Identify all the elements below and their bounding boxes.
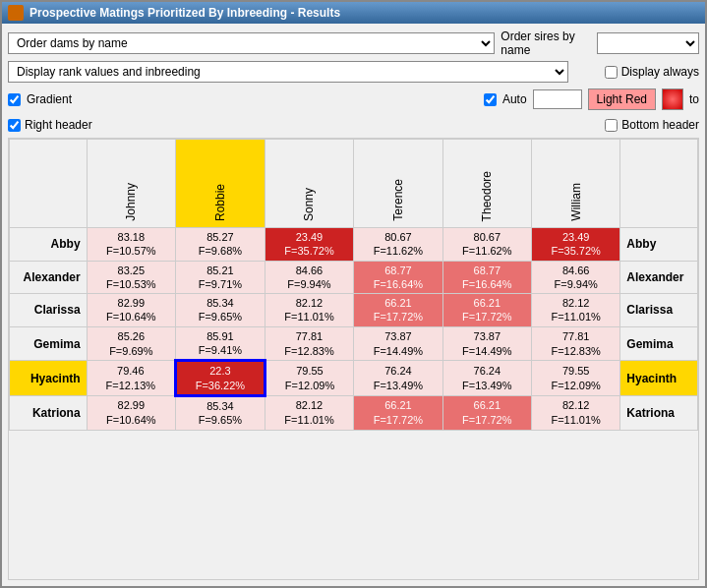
row-header-right-alexander: Alexander	[620, 261, 698, 294]
col-header-sonny: Sonny	[265, 140, 354, 228]
cell-katriona-johnny: 82.99F=10.64%	[87, 395, 176, 430]
row-header-clarissa: Clarissa	[10, 294, 88, 327]
row-header-right-hyacinth: Hyacinth	[620, 361, 698, 396]
row-header-abby: Abby	[10, 228, 88, 262]
display-always-section: Display always	[605, 65, 699, 79]
cell-clarissa-sonny: 82.12F=11.01%	[265, 294, 354, 327]
color-swatch[interactable]	[662, 88, 683, 110]
auto-checkbox[interactable]	[484, 93, 497, 106]
cell-abby-terence: 80.67F=11.62%	[354, 228, 442, 262]
cell-abby-johnny: 83.18F=10.57%	[87, 228, 176, 262]
gradient-row: Gradient Auto 3.47% Light Red to	[8, 87, 699, 112]
cell-clarissa-robbie: 85.34F=9.65%	[176, 294, 265, 327]
cell-katriona-theodore: 66.21F=17.72%	[442, 395, 531, 430]
row-header-right-clarissa: Clarissa	[620, 294, 698, 327]
cell-katriona-william: 82.12F=11.01%	[531, 395, 619, 430]
display-always-label: Display always	[621, 65, 699, 79]
order-sires-label: Order sires by name	[501, 29, 592, 57]
bottom-header-section: Bottom header	[605, 118, 699, 132]
row-header-katriona: Katriona	[10, 395, 88, 430]
display-always-checkbox[interactable]	[605, 66, 618, 79]
corner-right	[620, 140, 698, 228]
order-dams-dropdown[interactable]: Order dams by name	[8, 32, 495, 54]
cell-clarissa-theodore: 66.21F=17.72%	[442, 294, 531, 327]
col-header-theodore: Theodore	[442, 140, 531, 228]
col-header-terence: Terence	[354, 140, 442, 228]
cell-gemima-robbie: 85.91F=9.41%	[176, 326, 265, 361]
display-row: Display rank values and inbreeding Displ…	[8, 61, 699, 83]
content-area: Order dams by name Order sires by name D…	[2, 24, 705, 586]
row-header-right-gemima: Gemima	[620, 326, 698, 361]
row-header-right-katriona: Katriona	[620, 395, 698, 430]
right-header-label: Right header	[25, 118, 92, 132]
cell-alexander-sonny: 84.66F=9.94%	[265, 261, 354, 294]
cell-hyacinth-william: 79.55F=12.09%	[531, 361, 619, 396]
window-title: Prospective Matings Prioritized By Inbre…	[29, 6, 340, 20]
cell-alexander-terence: 68.77F=16.64%	[354, 261, 442, 294]
gradient-label: Gradient	[27, 92, 72, 106]
cell-alexander-william: 84.66F=9.94%	[531, 261, 619, 294]
cell-gemima-sonny: 77.81F=12.83%	[265, 326, 354, 361]
cell-gemima-william: 77.81F=12.83%	[531, 326, 619, 361]
display-dropdown[interactable]: Display rank values and inbreeding	[8, 61, 568, 83]
cell-abby-william: 23.49F=35.72%	[531, 228, 619, 262]
cell-katriona-robbie: 85.34F=9.65%	[176, 395, 265, 430]
cell-gemima-theodore: 73.87F=14.49%	[442, 326, 531, 361]
col-header-johnny: Johnny	[87, 140, 176, 228]
cell-katriona-sonny: 82.12F=11.01%	[265, 395, 354, 430]
cell-abby-robbie: 85.27F=9.68%	[176, 228, 265, 262]
row-header-hyacinth: Hyacinth	[10, 361, 88, 396]
dams-row: Order dams by name Order sires by name	[8, 29, 699, 57]
cell-clarissa-johnny: 82.99F=10.64%	[87, 294, 176, 327]
col-header-william: William	[531, 140, 619, 228]
sires-section: Order sires by name	[501, 29, 699, 57]
bottom-header-checkbox[interactable]	[605, 119, 618, 132]
cell-abby-sonny: 23.49F=35.72%	[265, 228, 354, 262]
col-header-robbie: Robbie	[176, 140, 265, 228]
cell-alexander-johnny: 83.25F=10.53%	[87, 261, 176, 294]
cell-clarissa-william: 82.12F=11.01%	[531, 294, 619, 327]
row-header-alexander: Alexander	[10, 261, 88, 294]
light-red-button[interactable]: Light Red	[588, 88, 656, 110]
right-header-section: Right header	[8, 118, 92, 132]
cell-clarissa-terence: 66.21F=17.72%	[354, 294, 442, 327]
title-bar: Prospective Matings Prioritized By Inbre…	[2, 2, 705, 24]
cell-hyacinth-theodore: 76.24F=13.49%	[442, 361, 531, 396]
cell-abby-theodore: 80.67F=11.62%	[442, 228, 531, 262]
corner-cell	[10, 140, 88, 228]
to-label: to	[689, 92, 699, 106]
right-header-checkbox[interactable]	[8, 119, 21, 132]
results-table: Johnny Robbie Sonny Terence Theodore Wil…	[9, 139, 698, 431]
cell-alexander-robbie: 85.21F=9.71%	[176, 261, 265, 294]
row-header-right-abby: Abby	[620, 228, 698, 262]
cell-hyacinth-terence: 76.24F=13.49%	[354, 361, 442, 396]
order-sires-dropdown[interactable]	[597, 32, 699, 54]
auto-value-input[interactable]: 3.47%	[533, 89, 582, 109]
gradient-checkbox[interactable]	[8, 93, 21, 106]
cell-hyacinth-johnny: 79.46F=12.13%	[87, 361, 176, 396]
cell-gemima-johnny: 85.26F=9.69%	[87, 326, 176, 361]
headers-row: Right header Bottom header	[8, 116, 699, 134]
bottom-header-label: Bottom header	[621, 118, 699, 132]
cell-hyacinth-sonny: 79.55F=12.09%	[265, 361, 354, 396]
cell-gemima-terence: 73.87F=14.49%	[354, 326, 442, 361]
auto-label: Auto	[502, 92, 527, 106]
cell-katriona-terence: 66.21F=17.72%	[354, 395, 442, 430]
cell-alexander-theodore: 68.77F=16.64%	[442, 261, 531, 294]
row-header-gemima: Gemima	[10, 326, 88, 361]
cell-hyacinth-robbie: 22.3F=36.22%	[176, 361, 265, 396]
main-window: Prospective Matings Prioritized By Inbre…	[0, 0, 707, 588]
window-icon	[8, 5, 24, 21]
table-container: Johnny Robbie Sonny Terence Theodore Wil…	[8, 138, 699, 580]
